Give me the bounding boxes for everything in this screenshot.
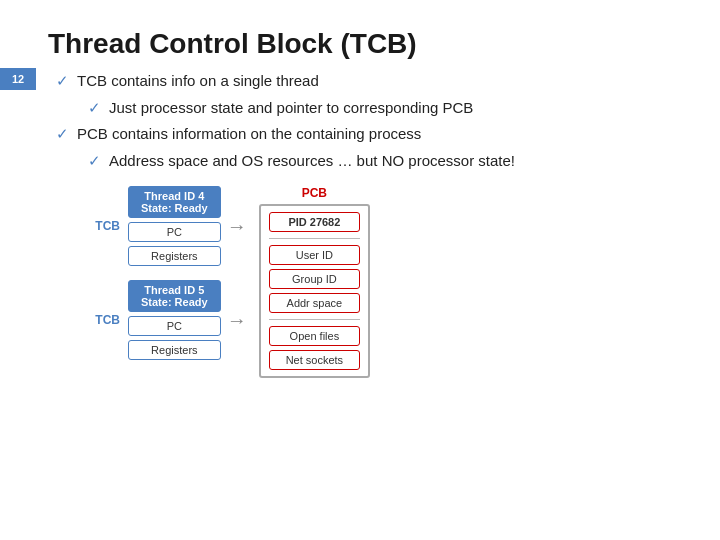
pcb-box-user-id: User ID (269, 245, 360, 265)
tcb-box-pc-2: PC (128, 316, 221, 336)
check-icon-sub-1: ✓ (88, 97, 101, 120)
divider-2 (269, 319, 360, 320)
pcb-box-group-id: Group ID (269, 269, 360, 289)
tcb-box-thread-id-2: Thread ID 5State: Ready (128, 280, 221, 312)
pcb-box-pid: PID 27682 (269, 212, 360, 232)
pcb-box-addr-space: Addr space (269, 293, 360, 313)
slide-title: Thread Control Block (TCB) (48, 28, 672, 60)
slide: Thread Control Block (TCB) 12 ✓ TCB cont… (0, 0, 720, 540)
sub-bullet-2: ✓ Address space and OS resources … but N… (88, 150, 672, 173)
pcb-box-net-sockets: Net sockets (269, 350, 360, 370)
content-area: ✓ TCB contains info on a single thread ✓… (56, 70, 672, 172)
tcbs-section: TCB Thread ID 4State: Ready PC Registers… (88, 186, 249, 360)
sub-bullet-1-text: Just processor state and pointer to corr… (109, 97, 473, 120)
sub-bullet-1: ✓ Just processor state and pointer to co… (88, 97, 672, 120)
tcb-label-2: TCB (88, 313, 124, 327)
bullet-1: ✓ TCB contains info on a single thread (56, 70, 672, 93)
bullet-2: ✓ PCB contains information on the contai… (56, 123, 672, 146)
check-icon-1: ✓ (56, 70, 69, 93)
tcb-box-registers-2: Registers (128, 340, 221, 360)
arrow-2: → (227, 309, 247, 332)
tcb-unit-2: TCB Thread ID 5State: Ready PC Registers… (88, 280, 249, 360)
pcb-box-open-files: Open files (269, 326, 360, 346)
tcb-unit-1: TCB Thread ID 4State: Ready PC Registers… (88, 186, 249, 266)
bullet-2-text: PCB contains information on the containi… (77, 123, 421, 146)
arrow-1: → (227, 215, 247, 238)
check-icon-2: ✓ (56, 123, 69, 146)
tcb-box-registers-1: Registers (128, 246, 221, 266)
diagram: TCB Thread ID 4State: Ready PC Registers… (88, 186, 672, 378)
divider-1 (269, 238, 360, 239)
tcb-box-group-2: Thread ID 5State: Ready PC Registers (128, 280, 221, 360)
slide-number: 12 (12, 73, 24, 85)
tcb-box-thread-id-1: Thread ID 4State: Ready (128, 186, 221, 218)
pcb-title: PCB (302, 186, 327, 200)
pcb-section: PCB PID 27682 User ID Group ID Addr spac… (259, 186, 370, 378)
pcb-outer: PID 27682 User ID Group ID Addr space Op… (259, 204, 370, 378)
sub-bullet-2-text: Address space and OS resources … but NO … (109, 150, 515, 173)
tcb-box-pc-1: PC (128, 222, 221, 242)
bullet-1-text: TCB contains info on a single thread (77, 70, 319, 93)
slide-number-bar: 12 (0, 68, 36, 90)
check-icon-sub-2: ✓ (88, 150, 101, 173)
tcb-label-1: TCB (88, 219, 124, 233)
tcb-box-group-1: Thread ID 4State: Ready PC Registers (128, 186, 221, 266)
